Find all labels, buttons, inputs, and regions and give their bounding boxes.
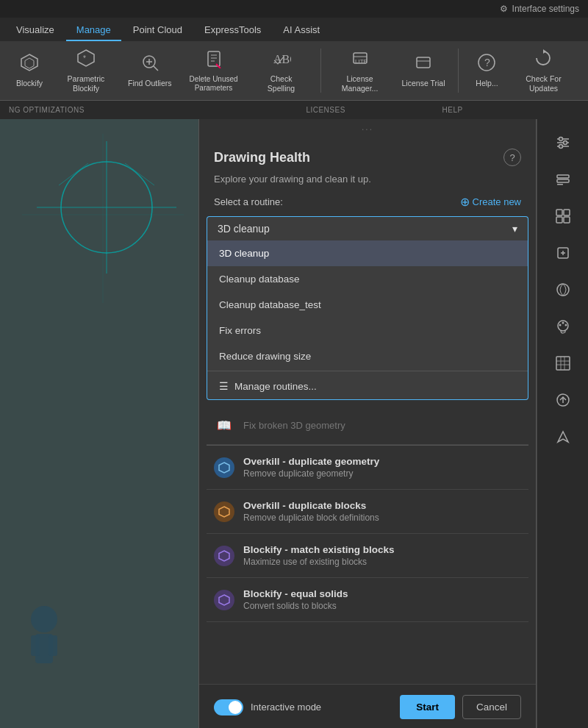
task-fix-broken-3d[interactable]: 📖 Fix broken 3D geometry <box>207 406 528 445</box>
upload-icon-btn[interactable] <box>547 384 579 416</box>
footer-buttons: Start Cancel <box>400 695 521 719</box>
delete-unused-params-button[interactable]: Delete Unused Parameters <box>182 46 245 96</box>
blockify-match-desc: Maximize use of existing blocks <box>243 557 395 567</box>
svg-rect-8 <box>208 51 220 66</box>
svg-point-41 <box>563 141 567 145</box>
routine-dropdown-trigger[interactable]: 3D cleanup ▾ <box>207 216 528 240</box>
section-labels-bar: NG OPTIMIZATIONS LICENSES HELP <box>0 100 588 119</box>
svg-line-28 <box>125 163 154 185</box>
svg-point-40 <box>559 138 562 141</box>
svg-marker-35 <box>219 551 229 561</box>
cad-canvas <box>0 119 198 728</box>
blockify-equal-title: Blockify - equal solids <box>243 588 348 599</box>
svg-point-53 <box>557 284 569 296</box>
chart-icon <box>555 355 571 371</box>
task-blockify-match[interactable]: Blockify - match existing blocks Maximiz… <box>207 534 528 578</box>
tab-visualize[interactable]: Visualize <box>6 20 65 41</box>
task-overkill-geometry[interactable]: Overkill - duplicate geometry Remove dup… <box>207 446 528 490</box>
svg-line-27 <box>59 163 88 185</box>
check-updates-icon <box>534 49 553 72</box>
dropdown-item-cleanup-database-test[interactable]: Cleanup database_test <box>207 292 528 318</box>
insert-icon-btn[interactable] <box>547 237 579 269</box>
export-icon-btn[interactable] <box>547 421 579 453</box>
panel-help-button[interactable]: ? <box>503 149 521 166</box>
check-updates-label: Check For Updates <box>517 74 569 93</box>
parametric-blockify-button[interactable]: * Parametric Blockify <box>54 46 118 96</box>
layers-icon-btn[interactable] <box>547 163 579 196</box>
chart-icon-btn[interactable] <box>547 347 579 379</box>
dropdown-divider-1 <box>207 371 528 371</box>
toggle-knob <box>229 701 242 714</box>
check-updates-button[interactable]: Check For Updates <box>512 46 575 96</box>
overkill-blocks-text: Overkill - duplicate blocks Remove dupli… <box>243 500 379 523</box>
insert-icon <box>555 245 571 261</box>
license-trial-button[interactable]: License Trial <box>396 50 451 91</box>
routine-dropdown-wrapper: 3D cleanup ▾ 3D cleanup Cleanup database… <box>199 216 536 400</box>
interactive-mode-toggle[interactable] <box>214 699 243 715</box>
chevron-down-icon: ▾ <box>512 223 517 235</box>
delete-unused-params-label: Delete Unused Parameters <box>188 75 240 93</box>
cad-drawing <box>0 119 198 728</box>
palette-icon-btn[interactable] <box>547 310 579 343</box>
dropdown-selected-value: 3D cleanup <box>218 223 270 235</box>
task-blockify-equal[interactable]: Blockify - equal solids Convert solids t… <box>207 578 528 622</box>
blockify-button[interactable]: Blockify <box>9 50 50 91</box>
panel-title: Drawing Health <box>214 150 310 165</box>
materials-icon-btn[interactable] <box>547 274 579 306</box>
settings-sliders-icon: ⚙ <box>500 4 508 14</box>
find-outliers-icon <box>140 53 159 76</box>
parametric-blockify-icon: * <box>76 49 96 72</box>
blockify-equal-desc: Convert solids to blocks <box>243 601 348 611</box>
svg-rect-47 <box>564 210 570 215</box>
svg-marker-21 <box>543 49 546 54</box>
panel-header: Drawing Health ? <box>199 135 536 171</box>
task-overkill-blocks[interactable]: Overkill - duplicate blocks Remove dupli… <box>207 490 528 534</box>
select-routine-label: Select a routine: <box>214 196 283 207</box>
svg-rect-32 <box>49 635 57 656</box>
palette-icon <box>555 318 571 335</box>
check-spelling-button[interactable]: ABC Check Spelling <box>250 46 313 96</box>
manage-routines-item[interactable]: ☰ Manage routines... <box>207 373 528 399</box>
materials-icon <box>555 282 571 298</box>
svg-point-56 <box>562 322 564 324</box>
create-new-label: Create new <box>473 196 521 207</box>
license-manager-label: License Manager... <box>334 74 386 93</box>
interface-settings-label: Interface settings <box>512 4 579 14</box>
blocks-icon-btn[interactable] <box>547 200 579 232</box>
layers-icon <box>555 171 571 188</box>
toolbar: Blockify * Parametric Blockify Find Outl… <box>0 41 588 100</box>
start-button[interactable]: Start <box>400 695 455 719</box>
cancel-button[interactable]: Cancel <box>462 695 521 719</box>
panel-dots: ... <box>199 119 536 135</box>
sliders-icon <box>555 135 571 151</box>
delete-unused-params-icon <box>204 49 223 73</box>
select-routine-row: Select a routine: ⊕ Create new <box>199 195 536 216</box>
dropdown-item-fix-errors[interactable]: Fix errors <box>207 318 528 343</box>
blockify-match-title: Blockify - match existing blocks <box>243 544 395 555</box>
find-outliers-button[interactable]: Find Outliers <box>122 50 178 91</box>
svg-line-5 <box>154 66 158 71</box>
separator-2 <box>458 49 459 93</box>
tab-manage[interactable]: Manage <box>66 20 121 41</box>
create-new-button[interactable]: ⊕ Create new <box>460 195 521 209</box>
tab-ai-assist[interactable]: AI Assist <box>273 20 330 41</box>
license-manager-button[interactable]: LITE License Manager... <box>329 46 392 96</box>
dropdown-item-reduce-drawing-size[interactable]: Reduce drawing size <box>207 343 528 369</box>
ng-optimizations-label: NG OPTIMIZATIONS <box>9 106 262 114</box>
svg-point-42 <box>559 145 562 149</box>
interactive-mode-control: Interactive mode <box>214 699 321 715</box>
routine-dropdown-list: 3D cleanup Cleanup database Cleanup data… <box>207 240 528 400</box>
main-area: ... Drawing Health ? Explore your drawin… <box>0 119 588 728</box>
properties-icon-btn[interactable] <box>547 126 579 159</box>
overkill-blocks-desc: Remove duplicate block definitions <box>243 513 379 523</box>
manage-routines-label: Manage routines... <box>234 381 317 392</box>
svg-marker-34 <box>219 507 229 517</box>
dropdown-item-cleanup-database[interactable]: Cleanup database <box>207 266 528 292</box>
tab-expresstools[interactable]: ExpressTools <box>194 20 271 41</box>
dropdown-item-3d-cleanup[interactable]: 3D cleanup <box>207 240 528 266</box>
overkill-geometry-desc: Remove duplicate geometry <box>243 468 379 479</box>
svg-rect-48 <box>556 217 562 223</box>
help-button[interactable]: ? Help... <box>466 50 507 91</box>
svg-rect-58 <box>556 357 570 370</box>
tab-point-cloud[interactable]: Point Cloud <box>123 20 193 41</box>
